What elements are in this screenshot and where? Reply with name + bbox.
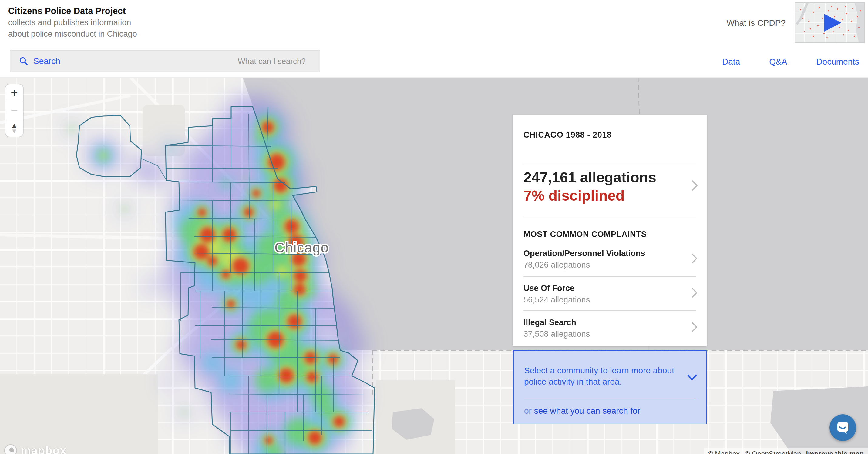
search-label: Search xyxy=(33,56,60,66)
header: Citizens Police Data Project collects an… xyxy=(0,0,868,77)
period-label: CHICAGO 1988 - 2018 xyxy=(524,130,612,140)
divider xyxy=(524,164,696,164)
top-nav: DataQ&ADocuments xyxy=(722,57,859,67)
chevron-right-icon xyxy=(691,253,699,265)
divider xyxy=(524,276,696,277)
complaints-header: MOST COMMON COMPLAINTS xyxy=(524,230,647,239)
divider xyxy=(524,216,696,217)
zoom-in-button[interactable]: + xyxy=(5,84,23,101)
app-subtitle-line1: collects and publishes information xyxy=(8,17,137,28)
minus-icon: − xyxy=(11,104,18,117)
zoom-out-button[interactable]: − xyxy=(5,101,23,119)
search-placeholder: What can I search? xyxy=(238,57,306,66)
map-attribution: © Mapbox © OpenStreetMap Improve this ma… xyxy=(704,448,868,454)
search-suggestion-line: or see what you can search for xyxy=(524,406,640,416)
or-text: or xyxy=(524,406,534,416)
brand: Citizens Police Data Project collects an… xyxy=(8,6,137,39)
nav-link-qa[interactable]: Q&A xyxy=(769,57,787,67)
app-subtitle-line2: about police misconduct in Chicago xyxy=(8,29,137,39)
complaint-name: Illegal Search xyxy=(524,318,685,327)
what-is-cpdp-label: What is CPDP? xyxy=(727,18,786,28)
complaint-item[interactable]: Illegal Search37,508 allegations xyxy=(524,318,685,339)
nav-link-data[interactable]: Data xyxy=(722,57,740,67)
search-icon xyxy=(19,56,29,66)
search-input[interactable]: Search What can I search? xyxy=(10,50,320,72)
mapbox-logo[interactable]: mapbox xyxy=(4,444,67,454)
mapbox-wordmark: mapbox xyxy=(21,444,67,454)
chevron-right-icon xyxy=(691,287,699,299)
chat-launcher-button[interactable] xyxy=(830,414,856,441)
chat-bubble-icon xyxy=(836,420,850,435)
complaint-item[interactable]: Use Of Force56,524 allegations xyxy=(524,283,685,304)
community-select-prompt: Select a community to learn more about p… xyxy=(524,365,676,387)
complaint-count: 78,026 allegations xyxy=(524,260,685,270)
complaint-name: Operation/Personnel Violations xyxy=(524,249,685,258)
total-allegations: 247,161 allegations xyxy=(524,168,656,187)
disciplined-percent: 7% disciplined xyxy=(524,187,656,205)
complaint-count: 37,508 allegations xyxy=(524,329,685,339)
map-zoom-control: + − ▲ ▼ xyxy=(5,84,23,137)
chevron-down-icon xyxy=(687,373,698,382)
video-thumbnail-map xyxy=(795,3,864,42)
nav-link-documents[interactable]: Documents xyxy=(816,57,859,67)
compass-pitch-button[interactable]: ▲ ▼ xyxy=(5,119,23,137)
app-title: Citizens Police Data Project xyxy=(8,6,137,16)
mapbox-attribution-link[interactable]: © Mapbox xyxy=(708,450,740,454)
plus-icon: + xyxy=(11,86,18,100)
osm-attribution-link[interactable]: © OpenStreetMap xyxy=(745,450,801,454)
divider xyxy=(524,310,696,311)
complaint-count: 56,524 allegations xyxy=(524,295,685,304)
map-region[interactable]: Chicago + − ▲ ▼ CHICAGO 1988 - 2018 247,… xyxy=(0,77,868,454)
intro-video-thumbnail[interactable] xyxy=(795,2,865,43)
summary-panel: CHICAGO 1988 - 2018 247,161 allegations … xyxy=(513,115,707,346)
chevron-right-icon xyxy=(691,321,699,333)
complaint-item[interactable]: Operation/Personnel Violations78,026 all… xyxy=(524,249,685,270)
community-select-panel[interactable]: Select a community to learn more about p… xyxy=(513,350,707,424)
city-label: Chicago xyxy=(275,240,329,256)
what-you-can-search-link[interactable]: see what you can search for xyxy=(534,406,640,416)
compass-down-icon: ▼ xyxy=(11,129,18,134)
divider xyxy=(524,399,695,399)
citywide-stats-link[interactable]: 247,161 allegations 7% disciplined xyxy=(524,168,656,205)
improve-map-link[interactable]: Improve this map xyxy=(806,450,864,454)
chevron-right-icon xyxy=(691,179,699,192)
complaint-name: Use Of Force xyxy=(524,283,685,293)
mapbox-logo-icon xyxy=(4,444,18,454)
